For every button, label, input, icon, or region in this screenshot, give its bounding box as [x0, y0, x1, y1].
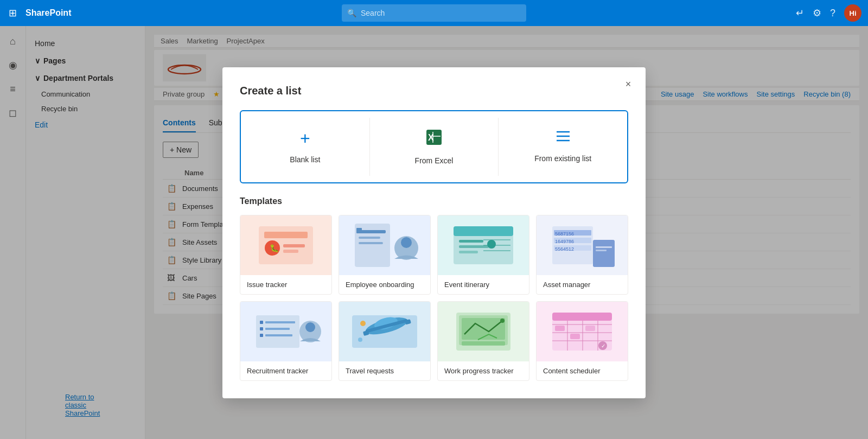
svg-rect-17: [359, 242, 383, 244]
svg-point-60: [500, 319, 505, 323]
svg-rect-45: [265, 328, 290, 330]
notification-icon[interactable]: ↵: [796, 7, 804, 19]
svg-rect-26: [459, 251, 478, 253]
template-thumb-travel: [339, 302, 430, 361]
svg-rect-39: [596, 250, 607, 251]
blank-list-label: Blank list: [290, 155, 320, 164]
svg-rect-40: [256, 315, 299, 348]
svg-rect-70: [555, 326, 565, 331]
from-excel-option[interactable]: X From Excel: [376, 118, 492, 176]
svg-rect-12: [283, 244, 305, 247]
template-thumb-event: [438, 215, 529, 275]
top-navigation: ⊞ SharePoint 🔍 Search ↵ ⚙ ? Hi: [0, 0, 868, 26]
svg-rect-63: [552, 313, 612, 321]
svg-point-48: [305, 322, 315, 332]
apps-launcher-icon[interactable]: ⊞: [7, 5, 19, 21]
from-existing-option[interactable]: From existing list: [505, 118, 621, 176]
modal-title: Create a list: [240, 85, 628, 97]
template-label-travel: Travel requests: [339, 361, 430, 380]
blank-list-icon: +: [300, 129, 310, 149]
template-thumb-asset: 5687156 1649786 5564512: [537, 215, 628, 275]
brand-name: SharePoint: [25, 8, 71, 18]
svg-rect-71: [570, 334, 580, 339]
search-icon: 🔍: [347, 9, 356, 17]
template-label-work-progress: Work progress tracker: [438, 361, 529, 380]
excel-icon: X: [425, 129, 443, 150]
svg-rect-42: [260, 327, 263, 330]
from-excel-label: From Excel: [415, 156, 454, 165]
from-existing-label: From existing list: [534, 154, 591, 163]
avatar[interactable]: Hi: [844, 4, 861, 22]
svg-rect-46: [265, 334, 292, 336]
template-thumb-issue: 🐛: [240, 215, 331, 275]
template-label-content-scheduler: Content scheduler: [537, 361, 628, 380]
template-employee-onboarding[interactable]: Employee onboarding: [339, 215, 431, 295]
create-options-row: + Blank list X From Excel: [240, 110, 628, 183]
svg-rect-9: [264, 232, 308, 238]
svg-rect-41: [260, 321, 263, 324]
template-issue-tracker[interactable]: 🐛 Issue tracker: [240, 215, 332, 295]
template-recruitment-tracker[interactable]: Recruitment tracker: [240, 301, 332, 381]
svg-rect-25: [459, 245, 489, 248]
svg-rect-61: [462, 341, 505, 346]
template-label-asset: Asset manager: [537, 275, 628, 294]
svg-rect-16: [359, 237, 380, 239]
svg-rect-22: [454, 226, 513, 236]
template-thumb-employee: [339, 215, 430, 275]
svg-rect-38: [596, 246, 612, 248]
create-list-modal: Create a list × + Blank list X From Ex: [222, 67, 646, 398]
svg-point-20: [401, 237, 412, 248]
top-nav-right: ↵ ⚙ ? Hi: [796, 4, 861, 22]
svg-point-55: [360, 321, 366, 326]
svg-text:🐛: 🐛: [270, 244, 279, 253]
template-thumb-work: [438, 302, 529, 361]
template-label-issue-tracker: Issue tracker: [240, 275, 331, 294]
svg-rect-15: [359, 230, 386, 233]
svg-text:1649786: 1649786: [555, 239, 574, 244]
svg-text:5687156: 5687156: [555, 231, 574, 237]
svg-rect-24: [459, 240, 483, 243]
svg-rect-44: [265, 321, 295, 323]
template-asset-manager[interactable]: 5687156 1649786 5564512 Asset manager: [536, 215, 628, 295]
template-work-progress-tracker[interactable]: Work progress tracker: [437, 301, 529, 381]
modal-backdrop: Create a list × + Blank list X From Ex: [0, 26, 868, 439]
template-travel-requests[interactable]: Travel requests: [339, 301, 431, 381]
settings-icon[interactable]: ⚙: [813, 7, 821, 19]
template-label-employee: Employee onboarding: [339, 275, 430, 294]
search-placeholder: Search: [361, 9, 385, 17]
svg-rect-43: [260, 334, 263, 337]
template-thumb-content: ✓: [537, 302, 628, 361]
svg-point-56: [358, 338, 362, 342]
svg-rect-18: [356, 228, 362, 233]
svg-rect-37: [593, 240, 615, 267]
template-event-itinerary[interactable]: Event itinerary: [437, 215, 529, 295]
blank-list-option[interactable]: + Blank list: [247, 118, 363, 176]
svg-rect-13: [283, 250, 298, 253]
search-bar[interactable]: 🔍 Search: [342, 4, 526, 22]
template-thumb-recruitment: [240, 302, 331, 361]
template-label-recruitment: Recruitment tracker: [240, 361, 331, 380]
help-icon[interactable]: ?: [830, 8, 835, 19]
templates-section-title: Templates: [240, 196, 628, 206]
template-content-scheduler[interactable]: ✓ Content scheduler: [536, 301, 628, 381]
svg-text:5564512: 5564512: [555, 246, 574, 252]
templates-grid: 🐛 Issue tracker: [240, 215, 628, 381]
template-label-event: Event itinerary: [438, 275, 529, 294]
svg-rect-72: [585, 326, 595, 331]
modal-close-button[interactable]: ×: [620, 76, 637, 93]
existing-list-icon: [554, 129, 572, 148]
svg-text:✓: ✓: [601, 343, 605, 349]
